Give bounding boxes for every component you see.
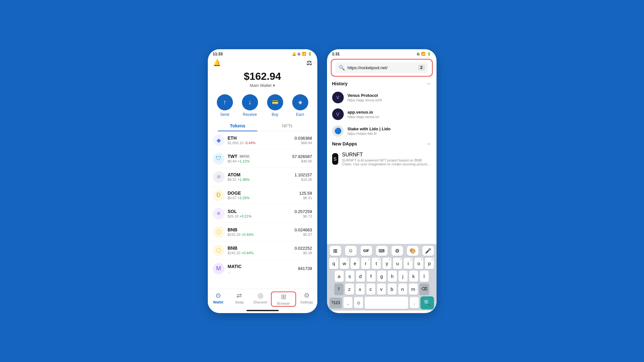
key-z[interactable]: z	[345, 283, 354, 295]
kb-settings-tool[interactable]: ⚙	[391, 246, 403, 256]
balance-section: $162.94 Main Wallet ▾	[208, 69, 317, 92]
tab-tokens[interactable]: Tokens	[213, 121, 263, 131]
key-search[interactable]: 🔍	[420, 296, 434, 309]
key-period[interactable]: .	[410, 297, 419, 308]
search-bar[interactable]: 🔍 https://rocketpool.net/ 2	[335, 62, 428, 73]
wallet-label[interactable]: Main Wallet ▾	[208, 83, 317, 88]
token-item[interactable]: 🛡 TWT BEP20 $0.84 +1.12% 57.926587 $48.9…	[208, 150, 317, 168]
history-item-lido[interactable]: 🔵 Stake with Lido | Lido https://stake.l…	[327, 123, 437, 139]
token-qty: 0.022252	[294, 246, 312, 251]
key-s[interactable]: s	[345, 271, 354, 282]
notification-icon[interactable]: 🔔	[213, 59, 221, 67]
token-amount: 1.102157 $10.26	[294, 172, 312, 181]
search-bar-container: 🔍 https://rocketpool.net/ 2	[331, 59, 433, 77]
status-icons-right: G 📶 🔋	[417, 52, 431, 56]
kb-gif-tool[interactable]: GIF	[360, 246, 372, 256]
key-b[interactable]: b	[388, 283, 397, 295]
key-backspace[interactable]: ⌫	[419, 283, 429, 295]
token-item[interactable]: M MATIC ... 841739	[208, 260, 317, 278]
token-change: +0.44%	[241, 233, 254, 237]
kb-grid-tool[interactable]: ⊞	[330, 246, 341, 256]
dapp-surnft[interactable]: S SURNFT SURNFT is AI powered NFT projec…	[327, 149, 437, 169]
nav-browser[interactable]: ⊞ Browser	[271, 292, 296, 307]
key-l[interactable]: l	[420, 271, 429, 282]
key-spacebar[interactable]	[365, 297, 408, 309]
key-u[interactable]: u7	[393, 258, 402, 269]
nav-swap[interactable]: ⇄ Swap	[229, 292, 250, 307]
nav-wallet[interactable]: ⊙ Wallet	[208, 292, 229, 307]
key-w[interactable]: w2	[340, 258, 349, 269]
key-j[interactable]: j	[399, 271, 408, 282]
key-x[interactable]: x	[356, 283, 365, 295]
token-item[interactable]: ⬡ BNB $242.20 +0.44% 0.022252 $5.38	[208, 241, 317, 260]
send-button[interactable]: ↑ Send	[217, 94, 233, 117]
key-h[interactable]: h	[388, 271, 397, 282]
kb-translate-tool[interactable]: ⌨	[376, 246, 388, 256]
receive-button[interactable]: ↓ Receive	[242, 94, 258, 117]
token-icon: ⬡	[213, 245, 225, 256]
kb-smiley-tool[interactable]: ☺	[345, 246, 357, 256]
google-icon: G	[298, 52, 301, 56]
key-q[interactable]: q1	[329, 258, 338, 269]
token-qty: 1.102157	[294, 172, 312, 177]
key-e[interactable]: e3	[351, 258, 360, 269]
key-g[interactable]: g	[377, 271, 386, 282]
token-info: SOL $26.18 +0.21%	[228, 209, 295, 218]
token-info: BNB $242.20 +0.44%	[228, 227, 295, 237]
token-icon: 🛡	[213, 153, 225, 164]
token-item[interactable]: ⬡ BNB $242.20 +0.44% 0.024683 $5.97	[208, 223, 317, 241]
history-item-venus-app[interactable]: V app.venus.io https://app.venus.io/	[327, 106, 437, 123]
token-name: TWT BEP20	[228, 154, 293, 159]
token-value: $8.91	[299, 196, 312, 200]
key-k[interactable]: k	[409, 271, 418, 282]
keyboard-row-3: ⇧ z x c v b n m ⌫	[328, 283, 435, 295]
receive-label: Receive	[243, 112, 257, 117]
key-c[interactable]: c	[366, 283, 375, 295]
key-p[interactable]: p0	[425, 258, 434, 269]
new-dapps-header: New DApps →	[327, 139, 437, 149]
key-t[interactable]: t5	[372, 258, 381, 269]
bottom-nav: ⊙ Wallet ⇄ Swap ◎ Discover ⊞ Browser ⚙ S…	[208, 289, 317, 308]
surnft-desc: SURNFT is AI powered NFT project based o…	[342, 158, 431, 166]
key-v[interactable]: v	[377, 283, 386, 295]
kb-mic-tool[interactable]: 🎤	[422, 246, 434, 256]
key-r[interactable]: r4	[361, 258, 370, 269]
tab-count[interactable]: 2	[418, 65, 425, 70]
buy-button[interactable]: 💳 Buy	[267, 94, 283, 117]
key-y[interactable]: y6	[382, 258, 391, 269]
key-d[interactable]: d	[356, 271, 365, 282]
chevron-down[interactable]: ∨	[327, 311, 437, 313]
key-i[interactable]: i8	[404, 258, 413, 269]
key-m[interactable]: m	[409, 283, 418, 295]
key-a[interactable]: a	[335, 271, 344, 282]
key-shift[interactable]: ⇧	[334, 283, 343, 295]
token-item[interactable]: ⚛ ATOM $9.31 +1.48% 1.102157 $10.26	[208, 168, 317, 186]
token-info: ATOM $9.31 +1.48%	[228, 172, 295, 181]
status-bar-right: 1:31 G 📶 🔋	[327, 49, 437, 58]
nav-settings[interactable]: ⚙ Settings	[296, 292, 317, 307]
key-num-sym[interactable]: ?123	[330, 298, 342, 308]
key-f[interactable]: f	[367, 271, 376, 282]
actions: ↑ Send ↓ Receive 💳 Buy ◈ Earn	[208, 92, 317, 121]
history-arrow[interactable]: →	[426, 80, 431, 87]
token-value: $10.26	[294, 178, 312, 181]
token-item[interactable]: ≡ SOL $26.18 +0.21% 0.257259 $6.73	[208, 205, 317, 223]
earn-button[interactable]: ◈ Earn	[292, 94, 308, 117]
token-value: $68.84	[294, 141, 312, 145]
tab-nfts[interactable]: NFTs	[263, 121, 312, 131]
new-dapps-arrow[interactable]: →	[426, 141, 431, 147]
key-o[interactable]: o9	[414, 258, 423, 269]
filter-icon[interactable]: ⚖	[306, 59, 312, 67]
key-comma[interactable]: ,	[343, 297, 352, 308]
kb-theme-tool[interactable]: 🎨	[407, 246, 418, 256]
token-change: +3.25%	[237, 196, 250, 200]
history-item-venus-protocol[interactable]: V Venus Protocol https://app.venus.io/#/	[327, 89, 437, 106]
nav-discover[interactable]: ◎ Discover	[250, 292, 271, 307]
token-info: TWT BEP20 $0.84 +1.12%	[228, 154, 293, 163]
lido-name: Stake with Lido | Lido	[348, 126, 391, 131]
token-item[interactable]: Ð DOGE $0.07 +3.25% 125.59 $8.91	[208, 186, 317, 205]
token-item[interactable]: ◆ ETH $1,893.10 -0.44% 0.036368 $68.84	[208, 131, 317, 150]
key-emoji[interactable]: ☺	[354, 297, 363, 308]
search-icon: 🔍	[339, 65, 345, 71]
key-n[interactable]: n	[398, 283, 407, 295]
